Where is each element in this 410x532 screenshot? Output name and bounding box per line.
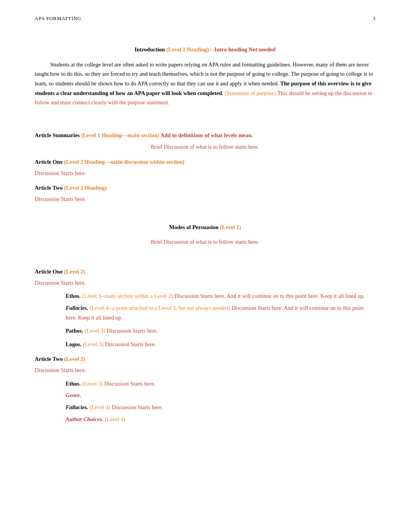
modes-heading: Modes of Persuasion (Level 1) — [35, 223, 375, 232]
fallacies2-label: Fallacies. — [66, 404, 88, 410]
logos-label: Logos. — [66, 341, 81, 347]
article-summaries-brief-discussion: Brief Discussion of what is to follow st… — [35, 142, 375, 152]
ethos-block: Ethos. (Level 3--main section within a L… — [66, 291, 375, 301]
logos-block: Logos. (Level 3) Discussion Starts here. — [66, 340, 375, 349]
article-summaries-heading-bold: Article Summaries — [35, 132, 80, 138]
spacer2 — [35, 206, 375, 215]
introduction-statement-label: (Statement of purpose) — [225, 90, 276, 96]
fallacies2-annotation: (Level 4) — [90, 404, 110, 410]
genre-block: Genre. — [66, 391, 375, 400]
pathos-block: Pathos. (Level 3) Discussion Starts here… — [66, 326, 375, 336]
article-one-heading-bold: Article One — [35, 159, 63, 165]
modes-brief-discussion: Brief Discussion of what is to follow st… — [35, 237, 375, 247]
article-two-heading: Article Two (Level 2 Heading) — [35, 183, 375, 193]
ethos-discussion: Discussion Starts here. And it will cont… — [174, 293, 364, 299]
modes-article-two-discussion: Discussion Starts here. — [35, 365, 375, 375]
page-header: APA FORMATTING 3 — [35, 15, 375, 22]
ethos2-label: Ethos. — [66, 381, 81, 387]
article-summaries-annotation-red: Add in definitions of what levels mean. — [160, 132, 253, 138]
fallacies1-annotation: (Level 4--a point attached to a Level 3,… — [90, 305, 230, 311]
fallacies1-label: Fallacies. — [66, 305, 88, 311]
introduction-body: Students at the college level are often … — [35, 60, 375, 107]
logos-discussion: Discussion Starts here. — [105, 341, 156, 347]
ethos-annotation: (Level 3--main section within a Level 2) — [82, 293, 173, 299]
page: APA FORMATTING 3 Introduction (Level 1 H… — [0, 0, 410, 532]
content: Introduction (Level 1 Heading)—Intro hea… — [35, 45, 375, 424]
modes-heading-annotation: (Level 1) — [220, 224, 241, 230]
article-two-annotation: (Level 2 Heading) — [64, 185, 107, 191]
author-choices-block: Author Choices. (Level 4) — [66, 415, 375, 424]
article-one-heading: Article One (Level 2 Heading—main discus… — [35, 157, 375, 167]
article-one-discussion: Discussion Starts here. — [35, 168, 375, 178]
ethos2-annotation: (Level 3) — [82, 381, 103, 387]
running-head: APA FORMATTING — [35, 15, 81, 22]
modes-article-two-bold: Article Two — [35, 356, 63, 362]
genre-label: Genre. — [66, 392, 81, 398]
ethos2-block: Ethos. (Level 3) Discussion Starts here. — [66, 379, 375, 389]
pathos-annotation: (Level 3) — [85, 328, 105, 334]
page-number: 3 — [373, 15, 376, 22]
modes-article-one-discussion: Discussion Starts here. — [35, 278, 375, 288]
article-one-annotation: (Level 2 Heading—main discussion within … — [64, 159, 185, 165]
modes-article-one-annotation: (Level 2) — [64, 269, 85, 275]
introduction-heading-annotation-red: Intro heading Not needed — [215, 46, 276, 53]
article-two-heading-bold: Article Two — [35, 185, 63, 191]
modes-article-two-annotation: (Level 2) — [64, 356, 85, 362]
modes-article-one-heading: Article One (Level 2) — [35, 267, 375, 277]
modes-article-two-heading: Article Two (Level 2) — [35, 354, 375, 364]
fallacies1-block: Fallacies. (Level 4--a point attached to… — [66, 303, 375, 322]
ethos-label: Ethos. — [66, 293, 81, 299]
introduction-heading-bold: Introduction — [134, 46, 165, 53]
article-summaries-heading: Article Summaries (Level 1 Heading—main … — [35, 131, 375, 140]
article-summaries-annotation-orange: (Level 1 Heading—main section) — [81, 132, 159, 138]
fallacies2-discussion: Discussion Starts here. — [112, 404, 163, 410]
pathos-label: Pathos. — [66, 328, 83, 334]
author-choices-annotation: (Level 4) — [105, 416, 125, 422]
logos-annotation: (Level 3) — [83, 341, 103, 347]
modes-article-one-bold: Article One — [35, 269, 63, 275]
modes-heading-bold: Modes of Persuasion — [169, 224, 219, 230]
spacer3 — [35, 252, 375, 262]
article-two-discussion: Discussion Starts here. — [35, 194, 375, 204]
author-choices-label: Author Choices. — [66, 416, 103, 422]
introduction-heading-annotation-orange: (Level 1 Heading)— — [166, 46, 215, 53]
fallacies2-block: Fallacies. (Level 4) Discussion Starts h… — [66, 403, 375, 412]
spacer1 — [35, 107, 375, 121]
ethos2-discussion: Discussion Starts here. — [104, 381, 156, 387]
pathos-discussion: Discussion Starts here. — [107, 328, 158, 334]
introduction-heading: Introduction (Level 1 Heading)—Intro hea… — [35, 45, 375, 54]
